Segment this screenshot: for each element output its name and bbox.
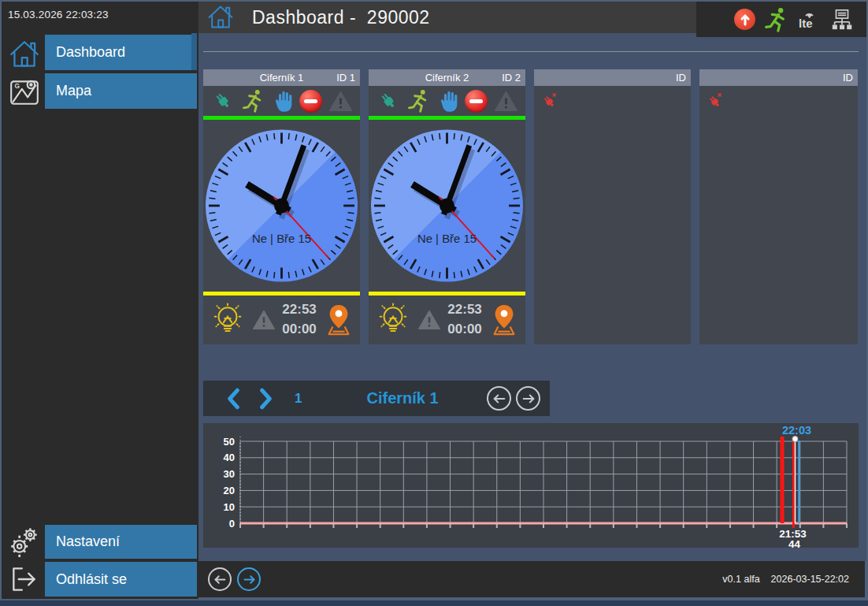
runner-icon bbox=[242, 88, 264, 113]
home-icon bbox=[8, 38, 41, 71]
schedule-times: 22:53 00:00 bbox=[447, 300, 481, 339]
analog-clock: Ne | Bře 15 bbox=[369, 125, 525, 287]
main-area: Ciferník 1 ID 1 bbox=[198, 33, 866, 561]
warning-icon bbox=[253, 310, 275, 330]
dial-id-badge: ID 2 bbox=[502, 72, 521, 84]
dial-id-badge: ID 1 bbox=[336, 72, 355, 84]
app-window: 15.03.2026 22:03:23 Dashboard G Mapa bbox=[0, 0, 868, 606]
svg-text:Ne | Bře 15: Ne | Bře 15 bbox=[252, 232, 311, 245]
runner-icon bbox=[764, 6, 788, 33]
bulb-icon bbox=[375, 300, 411, 340]
dial-card-empty[interactable]: ID bbox=[534, 69, 691, 344]
version-label: v0.1 alfa bbox=[722, 574, 759, 585]
selected-dial-label: Ciferník 1 bbox=[366, 389, 438, 407]
dial-card-body bbox=[534, 86, 691, 344]
dial-card-header: ID bbox=[534, 69, 691, 86]
separator-line bbox=[203, 51, 859, 52]
no-entry-icon bbox=[465, 90, 488, 113]
plug-icon bbox=[377, 90, 400, 112]
dial-id-badge: ID bbox=[843, 72, 853, 84]
dial-card[interactable]: Ciferník 1 ID 1 bbox=[203, 69, 360, 344]
logout-icon bbox=[8, 563, 41, 596]
network-tree-icon bbox=[830, 7, 854, 32]
dial-pager: 1 Ciferník 1 bbox=[203, 381, 550, 416]
svg-text:44: 44 bbox=[788, 538, 801, 548]
dial-id-badge: ID bbox=[676, 72, 686, 84]
history-chart-panel: 0102030405022:0321:5344 bbox=[203, 423, 859, 548]
history-forward-button[interactable] bbox=[237, 567, 261, 591]
svg-text:lte: lte bbox=[799, 17, 813, 30]
hand-icon bbox=[272, 89, 292, 113]
chevron-right-icon[interactable] bbox=[257, 388, 276, 410]
prev-dial-button[interactable] bbox=[487, 386, 511, 411]
analog-clock: Ne | Bře 15 bbox=[203, 125, 360, 287]
sidebar-item-settings[interactable]: Nastavení bbox=[45, 525, 197, 559]
time-off: 00:00 bbox=[282, 320, 316, 340]
window-bottom-edge bbox=[0, 600, 868, 606]
sidebar-item-label: Dashboard bbox=[56, 44, 125, 61]
warning-icon bbox=[329, 91, 352, 112]
location-pin-icon bbox=[489, 303, 519, 337]
dial-status-icons bbox=[369, 86, 525, 116]
lte-icon: lte bbox=[796, 8, 822, 32]
clock-zone: Ne | Bře 15 bbox=[203, 120, 360, 292]
time-on: 22:53 bbox=[447, 300, 481, 320]
sidebar-item-label: Nastavení bbox=[56, 534, 120, 550]
dial-card-empty[interactable]: ID bbox=[699, 69, 858, 344]
hand-icon bbox=[437, 89, 458, 113]
sidebar-item-dashboard[interactable]: Dashboard bbox=[45, 35, 191, 70]
version-info: v0.1 alfa 2026-03-15-22:02 bbox=[722, 574, 849, 585]
svg-text:30: 30 bbox=[224, 468, 235, 480]
svg-text:50: 50 bbox=[224, 436, 235, 448]
dial-card-header: ID bbox=[699, 69, 858, 86]
sidebar-item-label: Odhlásit se bbox=[56, 571, 127, 588]
dial-card-body bbox=[699, 86, 858, 344]
dial-card-footer: 22:53 00:00 bbox=[369, 296, 525, 344]
dial-card-header: Ciferník 1 ID 1 bbox=[203, 69, 360, 86]
chevron-left-icon[interactable] bbox=[224, 388, 243, 410]
no-entry-icon bbox=[299, 90, 322, 113]
sidebar-scroll-thumb[interactable] bbox=[191, 33, 197, 70]
svg-text:Ne | Bře 15: Ne | Bře 15 bbox=[417, 232, 477, 245]
history-chart: 0102030405022:0321:5344 bbox=[203, 423, 859, 548]
bottom-bar: v0.1 alfa 2026-03-15-22:02 bbox=[198, 561, 865, 597]
history-back-button[interactable] bbox=[208, 567, 232, 591]
clock-zone: Ne | Bře 15 bbox=[369, 120, 525, 292]
alert-upload-icon bbox=[734, 9, 755, 30]
dial-status-icons bbox=[203, 86, 360, 116]
map-icon: G bbox=[8, 76, 41, 109]
system-datetime: 15.03.2026 22:03:23 bbox=[8, 9, 109, 20]
page-number: 1 bbox=[295, 391, 302, 407]
svg-text:40: 40 bbox=[224, 452, 235, 463]
warning-icon bbox=[418, 310, 440, 330]
page-title: Dashboard - 290002 bbox=[252, 7, 430, 28]
dial-card-footer: 22:53 00:00 bbox=[203, 296, 360, 344]
plug-icon bbox=[211, 90, 235, 112]
svg-text:20: 20 bbox=[224, 485, 235, 496]
sidebar-item-logout[interactable]: Odhlásit se bbox=[45, 562, 197, 597]
location-pin-icon bbox=[324, 303, 354, 337]
gears-icon bbox=[8, 525, 41, 558]
sidebar-item-label: Mapa bbox=[56, 83, 91, 99]
warning-icon bbox=[495, 91, 517, 112]
dial-card-header: Ciferník 2 ID 2 bbox=[369, 69, 525, 86]
dial-card[interactable]: Ciferník 2 ID 2 bbox=[369, 69, 525, 344]
schedule-times: 22:53 00:00 bbox=[282, 300, 316, 339]
svg-text:0: 0 bbox=[229, 518, 235, 530]
runner-icon bbox=[407, 88, 429, 113]
build-label: 2026-03-15-22:02 bbox=[771, 574, 849, 585]
disconnected-plug-icon bbox=[540, 91, 558, 110]
time-on: 22:53 bbox=[282, 300, 316, 320]
bulb-icon bbox=[210, 300, 246, 340]
svg-text:G: G bbox=[14, 82, 20, 90]
home-icon[interactable] bbox=[206, 3, 235, 32]
next-dial-button[interactable] bbox=[516, 386, 540, 411]
svg-text:22:03: 22:03 bbox=[782, 424, 811, 437]
sidebar-item-mapa[interactable]: Mapa bbox=[45, 73, 197, 109]
svg-text:10: 10 bbox=[224, 501, 235, 513]
time-off: 00:00 bbox=[447, 320, 481, 340]
disconnected-plug-icon bbox=[705, 91, 724, 110]
status-icon-box: lte bbox=[696, 2, 866, 37]
